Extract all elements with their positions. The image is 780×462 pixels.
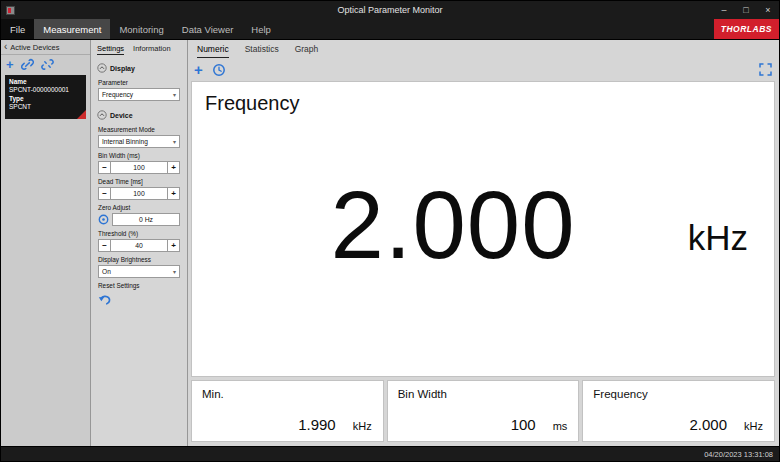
threshold-decrement-button[interactable]: − [98, 239, 111, 252]
devices-toolbar: + [1, 55, 90, 73]
threshold-control: Threshold (%) − 40 + [91, 230, 187, 252]
stat-value: 2.000 [690, 416, 728, 433]
stat-card-bin-width: Bin Width 100 ms [387, 380, 580, 442]
display-section-header[interactable]: Display [91, 58, 187, 75]
tab-information[interactable]: Information [133, 44, 171, 55]
display-main-unit: kHz [688, 218, 748, 258]
stat-value: 100 [511, 416, 536, 433]
app-icon [6, 6, 15, 15]
device-name-label: Name [9, 78, 82, 86]
device-card[interactable]: Name SPCNT-0000000001 Type SPCNT [5, 75, 86, 119]
bin-width-decrement-button[interactable]: − [98, 161, 111, 174]
add-device-icon[interactable]: + [6, 58, 14, 71]
bin-width-label: Bin Width (ms) [98, 152, 180, 159]
device-section-header[interactable]: Device [91, 105, 187, 122]
zero-adjust-icon[interactable] [98, 214, 109, 225]
bin-width-control: Bin Width (ms) − 100 + [91, 152, 187, 174]
stat-unit: kHz [744, 420, 763, 432]
chevron-down-icon: ▾ [173, 91, 176, 98]
menu-measurement[interactable]: Measurement [34, 19, 110, 39]
dead-time-value[interactable]: 100 [111, 187, 167, 200]
zero-adjust-value[interactable]: 0 Hz [112, 213, 180, 226]
active-devices-header: ‹ Active Devices [1, 40, 90, 55]
tab-numeric[interactable]: Numeric [197, 44, 229, 58]
stats-row: Min. 1.990 kHz Bin Width 100 ms Frequenc… [191, 380, 775, 442]
menu-bar: File Measurement Monitoring Data Viewer … [1, 19, 779, 40]
close-button[interactable]: × [757, 1, 779, 19]
parameter-label: Parameter [98, 79, 180, 86]
stat-value: 1.990 [298, 416, 336, 433]
update-rate-clock-icon[interactable] [212, 63, 226, 77]
measurement-mode-select[interactable]: Internal Binning ▾ [98, 135, 180, 148]
stat-unit: ms [553, 420, 568, 432]
settings-panel: Settings Information Display Parameter F… [91, 40, 188, 446]
main-tabs: Numeric Statistics Graph [191, 40, 775, 58]
main-panel: Numeric Statistics Graph + [188, 40, 779, 446]
threshold-increment-button[interactable]: + [167, 239, 180, 252]
chevron-up-circle-icon [97, 110, 107, 120]
bin-width-increment-button[interactable]: + [167, 161, 180, 174]
undo-reset-icon[interactable] [98, 293, 112, 306]
parameter-control: Parameter Frequency ▾ [91, 79, 187, 101]
maximize-button[interactable]: □ [735, 1, 757, 19]
stat-label: Bin Width [398, 388, 447, 400]
display-brightness-select[interactable]: On ▾ [98, 265, 180, 278]
device-type-value: SPCNT [9, 103, 82, 111]
threshold-stepper: − 40 + [98, 239, 180, 252]
active-devices-panel: ‹ Active Devices + [1, 40, 91, 446]
stat-unit: kHz [353, 420, 372, 432]
disconnect-device-icon[interactable] [41, 58, 54, 71]
device-name-value: SPCNT-0000000001 [9, 86, 82, 94]
menu-monitoring[interactable]: Monitoring [110, 19, 172, 39]
parameter-value: Frequency [102, 91, 133, 98]
reset-settings-control: Reset Settings [91, 282, 187, 307]
dead-time-control: Dead Time [ms] − 100 + [91, 178, 187, 200]
window-controls: – □ × [713, 1, 779, 19]
bin-width-value[interactable]: 100 [111, 161, 167, 174]
collapse-panel-icon[interactable]: ‹ [4, 42, 7, 52]
menu-help[interactable]: Help [242, 19, 280, 39]
active-devices-title: Active Devices [10, 43, 59, 52]
stat-card-frequency: Frequency 2.000 kHz [582, 380, 775, 442]
dead-time-increment-button[interactable]: + [167, 187, 180, 200]
stat-label: Min. [202, 388, 224, 400]
zero-adjust-label: Zero Adjust [98, 204, 180, 211]
content-area: ‹ Active Devices + [1, 40, 779, 446]
menu-data-viewer[interactable]: Data Viewer [173, 19, 243, 39]
stat-card-min: Min. 1.990 kHz [191, 380, 384, 442]
parameter-select[interactable]: Frequency ▾ [98, 88, 180, 101]
main-toolbar: + [191, 58, 775, 81]
threshold-label: Threshold (%) [98, 230, 180, 237]
tab-settings[interactable]: Settings [97, 44, 124, 55]
dead-time-decrement-button[interactable]: − [98, 187, 111, 200]
threshold-value[interactable]: 40 [111, 239, 167, 252]
status-datetime: 04/20/2023 13:31:08 [704, 450, 773, 459]
tab-statistics[interactable]: Statistics [245, 44, 279, 58]
display-brightness-value: On [102, 268, 111, 275]
chevron-down-icon: ▾ [173, 138, 176, 145]
thorlabs-logo: THORLABS [714, 19, 779, 39]
minimize-button[interactable]: – [713, 1, 735, 19]
chevron-down-icon: ▾ [173, 268, 176, 275]
display-brightness-control: Display Brightness On ▾ [91, 256, 187, 278]
tab-graph[interactable]: Graph [295, 44, 319, 58]
measurement-mode-control: Measurement Mode Internal Binning ▾ [91, 126, 187, 148]
device-alert-corner [77, 110, 86, 119]
connect-device-icon[interactable] [21, 58, 34, 71]
dead-time-stepper: − 100 + [98, 187, 180, 200]
display-brightness-label: Display Brightness [98, 256, 180, 263]
bin-width-stepper: − 100 + [98, 161, 180, 174]
menu-file[interactable]: File [1, 19, 34, 39]
status-bar: 04/20/2023 13:31:08 [1, 446, 779, 461]
add-display-icon[interactable]: + [194, 62, 203, 77]
numeric-display-card: Frequency 2.000 kHz [191, 81, 775, 377]
display-main-value: 2.000 [192, 170, 714, 280]
device-type-label: Type [9, 95, 82, 103]
chevron-up-circle-icon [97, 63, 107, 73]
display-section-title: Display [110, 65, 135, 72]
measurement-mode-label: Measurement Mode [98, 126, 180, 133]
title-bar: Optical Parameter Monitor – □ × [1, 1, 779, 19]
fullscreen-expand-icon[interactable] [759, 63, 772, 76]
device-section-title: Device [110, 112, 133, 119]
reset-settings-label: Reset Settings [98, 282, 180, 289]
